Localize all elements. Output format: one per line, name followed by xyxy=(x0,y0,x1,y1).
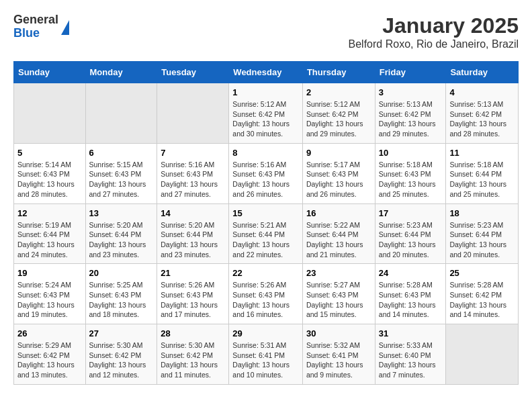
header-tuesday: Tuesday xyxy=(157,62,229,83)
day-info: Sunrise: 5:30 AM Sunset: 6:42 PM Dayligh… xyxy=(89,340,154,380)
header-saturday: Saturday xyxy=(446,62,519,83)
calendar-cell: 28Sunrise: 5:30 AM Sunset: 6:42 PM Dayli… xyxy=(157,324,229,385)
calendar-header: SundayMondayTuesdayWednesdayThursdayFrid… xyxy=(14,62,519,83)
week-row-5: 26Sunrise: 5:29 AM Sunset: 6:42 PM Dayli… xyxy=(14,324,519,385)
logo-text: General Blue xyxy=(13,13,58,40)
day-number: 18 xyxy=(449,208,515,218)
day-info: Sunrise: 5:30 AM Sunset: 6:42 PM Dayligh… xyxy=(161,340,225,380)
day-number: 3 xyxy=(379,87,443,97)
day-number: 25 xyxy=(449,268,515,278)
day-number: 10 xyxy=(379,148,443,158)
page-header: General Blue January 2025 Belford Roxo, … xyxy=(13,13,519,50)
day-info: Sunrise: 5:23 AM Sunset: 6:44 PM Dayligh… xyxy=(449,220,515,260)
day-number: 21 xyxy=(161,268,225,278)
day-info: Sunrise: 5:24 AM Sunset: 6:43 PM Dayligh… xyxy=(17,280,82,320)
day-info: Sunrise: 5:26 AM Sunset: 6:43 PM Dayligh… xyxy=(161,280,225,320)
calendar-cell: 3Sunrise: 5:13 AM Sunset: 6:42 PM Daylig… xyxy=(375,83,446,144)
week-row-2: 5Sunrise: 5:14 AM Sunset: 6:43 PM Daylig… xyxy=(14,143,519,203)
day-info: Sunrise: 5:22 AM Sunset: 6:44 PM Dayligh… xyxy=(306,220,371,260)
day-info: Sunrise: 5:14 AM Sunset: 6:43 PM Dayligh… xyxy=(17,160,82,199)
header-sunday: Sunday xyxy=(14,62,86,83)
calendar-cell: 9Sunrise: 5:17 AM Sunset: 6:43 PM Daylig… xyxy=(302,143,375,203)
header-thursday: Thursday xyxy=(302,62,375,83)
day-number: 31 xyxy=(379,328,443,338)
day-info: Sunrise: 5:31 AM Sunset: 6:41 PM Dayligh… xyxy=(232,340,299,380)
day-number: 17 xyxy=(379,208,443,218)
calendar-cell xyxy=(157,83,229,144)
calendar-cell: 23Sunrise: 5:27 AM Sunset: 6:43 PM Dayli… xyxy=(302,264,375,324)
logo-blue: Blue xyxy=(13,27,58,40)
calendar-table: SundayMondayTuesdayWednesdayThursdayFrid… xyxy=(13,61,519,385)
day-number: 16 xyxy=(306,208,371,218)
calendar-cell xyxy=(446,324,519,385)
day-number: 13 xyxy=(89,208,154,218)
day-number: 9 xyxy=(306,148,371,158)
day-number: 4 xyxy=(449,87,515,97)
day-number: 30 xyxy=(306,328,371,338)
calendar-cell: 21Sunrise: 5:26 AM Sunset: 6:43 PM Dayli… xyxy=(157,264,229,324)
logo: General Blue xyxy=(13,13,69,40)
logo-triangle-icon xyxy=(61,20,69,35)
calendar-cell: 25Sunrise: 5:28 AM Sunset: 6:42 PM Dayli… xyxy=(446,264,519,324)
day-info: Sunrise: 5:28 AM Sunset: 6:43 PM Dayligh… xyxy=(379,280,443,320)
day-info: Sunrise: 5:20 AM Sunset: 6:44 PM Dayligh… xyxy=(161,220,225,260)
calendar-cell: 2Sunrise: 5:12 AM Sunset: 6:42 PM Daylig… xyxy=(302,83,375,144)
header-wednesday: Wednesday xyxy=(229,62,303,83)
day-info: Sunrise: 5:13 AM Sunset: 6:42 PM Dayligh… xyxy=(449,99,515,139)
day-info: Sunrise: 5:33 AM Sunset: 6:40 PM Dayligh… xyxy=(379,340,443,380)
day-info: Sunrise: 5:27 AM Sunset: 6:43 PM Dayligh… xyxy=(306,280,371,320)
calendar-cell: 18Sunrise: 5:23 AM Sunset: 6:44 PM Dayli… xyxy=(446,203,519,264)
logo-general: General xyxy=(13,13,58,27)
header-monday: Monday xyxy=(85,62,157,83)
page-title: January 2025 xyxy=(349,13,519,38)
calendar-cell: 7Sunrise: 5:16 AM Sunset: 6:43 PM Daylig… xyxy=(157,143,229,203)
day-info: Sunrise: 5:12 AM Sunset: 6:42 PM Dayligh… xyxy=(232,99,299,139)
calendar-cell: 10Sunrise: 5:18 AM Sunset: 6:43 PM Dayli… xyxy=(375,143,446,203)
day-number: 26 xyxy=(17,328,82,338)
day-info: Sunrise: 5:13 AM Sunset: 6:42 PM Dayligh… xyxy=(379,99,443,139)
calendar-cell: 8Sunrise: 5:16 AM Sunset: 6:43 PM Daylig… xyxy=(229,143,303,203)
day-number: 24 xyxy=(379,268,443,278)
day-number: 28 xyxy=(161,328,225,338)
calendar-cell: 13Sunrise: 5:20 AM Sunset: 6:44 PM Dayli… xyxy=(85,203,157,264)
day-info: Sunrise: 5:15 AM Sunset: 6:43 PM Dayligh… xyxy=(89,160,154,199)
calendar-cell: 30Sunrise: 5:32 AM Sunset: 6:41 PM Dayli… xyxy=(302,324,375,385)
day-number: 20 xyxy=(89,268,154,278)
calendar-cell xyxy=(14,83,86,144)
day-info: Sunrise: 5:28 AM Sunset: 6:42 PM Dayligh… xyxy=(449,280,515,320)
calendar-cell: 20Sunrise: 5:25 AM Sunset: 6:43 PM Dayli… xyxy=(85,264,157,324)
calendar-cell: 11Sunrise: 5:18 AM Sunset: 6:44 PM Dayli… xyxy=(446,143,519,203)
day-info: Sunrise: 5:17 AM Sunset: 6:43 PM Dayligh… xyxy=(306,160,371,199)
calendar-cell: 4Sunrise: 5:13 AM Sunset: 6:42 PM Daylig… xyxy=(446,83,519,144)
day-number: 8 xyxy=(232,148,299,158)
calendar-cell: 17Sunrise: 5:23 AM Sunset: 6:44 PM Dayli… xyxy=(375,203,446,264)
day-number: 22 xyxy=(232,268,299,278)
calendar-body: 1Sunrise: 5:12 AM Sunset: 6:42 PM Daylig… xyxy=(14,83,519,385)
calendar-cell: 26Sunrise: 5:29 AM Sunset: 6:42 PM Dayli… xyxy=(14,324,86,385)
day-info: Sunrise: 5:16 AM Sunset: 6:43 PM Dayligh… xyxy=(161,160,225,199)
day-info: Sunrise: 5:26 AM Sunset: 6:43 PM Dayligh… xyxy=(232,280,299,320)
calendar-cell: 14Sunrise: 5:20 AM Sunset: 6:44 PM Dayli… xyxy=(157,203,229,264)
calendar-cell: 29Sunrise: 5:31 AM Sunset: 6:41 PM Dayli… xyxy=(229,324,303,385)
day-info: Sunrise: 5:29 AM Sunset: 6:42 PM Dayligh… xyxy=(17,340,82,380)
day-info: Sunrise: 5:20 AM Sunset: 6:44 PM Dayligh… xyxy=(89,220,154,260)
day-info: Sunrise: 5:18 AM Sunset: 6:43 PM Dayligh… xyxy=(379,160,443,199)
calendar-cell: 5Sunrise: 5:14 AM Sunset: 6:43 PM Daylig… xyxy=(14,143,86,203)
week-row-4: 19Sunrise: 5:24 AM Sunset: 6:43 PM Dayli… xyxy=(14,264,519,324)
day-info: Sunrise: 5:21 AM Sunset: 6:44 PM Dayligh… xyxy=(232,220,299,260)
day-number: 12 xyxy=(17,208,82,218)
page-subtitle: Belford Roxo, Rio de Janeiro, Brazil xyxy=(349,38,519,50)
day-number: 15 xyxy=(232,208,299,218)
day-number: 2 xyxy=(306,87,371,97)
day-info: Sunrise: 5:16 AM Sunset: 6:43 PM Dayligh… xyxy=(232,160,299,199)
day-number: 11 xyxy=(449,148,515,158)
calendar-cell: 24Sunrise: 5:28 AM Sunset: 6:43 PM Dayli… xyxy=(375,264,446,324)
calendar-cell: 31Sunrise: 5:33 AM Sunset: 6:40 PM Dayli… xyxy=(375,324,446,385)
day-number: 23 xyxy=(306,268,371,278)
title-block: January 2025 Belford Roxo, Rio de Janeir… xyxy=(349,13,519,50)
day-number: 1 xyxy=(232,87,299,97)
day-info: Sunrise: 5:19 AM Sunset: 6:44 PM Dayligh… xyxy=(17,220,82,260)
header-friday: Friday xyxy=(375,62,446,83)
day-info: Sunrise: 5:18 AM Sunset: 6:44 PM Dayligh… xyxy=(449,160,515,199)
calendar-cell xyxy=(85,83,157,144)
